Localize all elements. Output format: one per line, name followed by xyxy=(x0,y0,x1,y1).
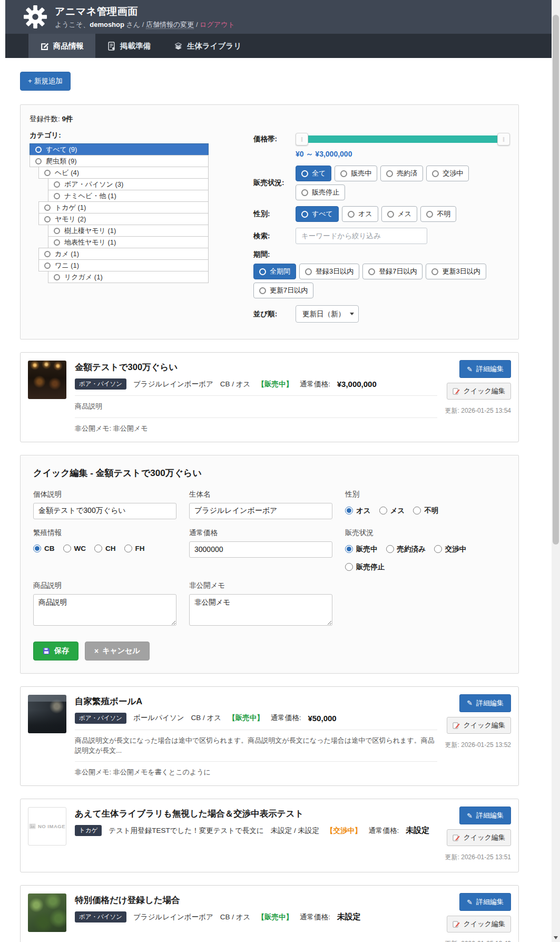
tab-listing-prep[interactable]: 掲載準備 xyxy=(95,34,162,58)
category-label: カテゴリ: xyxy=(30,131,211,140)
pill-label: すべて xyxy=(312,209,333,219)
status-option-negotiating[interactable]: 交渉中 xyxy=(434,545,467,554)
breed-radio-fh[interactable] xyxy=(124,545,132,552)
private-memo-textarea[interactable] xyxy=(189,594,332,626)
individual-desc-input[interactable] xyxy=(33,503,176,519)
save-button[interactable]: 保存 xyxy=(33,642,78,661)
store-info-link[interactable]: 店舗情報の変更 xyxy=(146,21,194,29)
category-item-label: 地表性ヤモリ (1) xyxy=(64,238,116,247)
scrollbar[interactable] xyxy=(552,0,560,942)
gender-option-all[interactable]: すべて xyxy=(296,206,339,222)
product-photo xyxy=(28,894,66,932)
cancel-button[interactable]: ×キャンセル xyxy=(85,642,150,661)
status-option-sold[interactable]: 売約済み xyxy=(386,545,426,554)
breed-option-fh[interactable]: FH xyxy=(124,545,145,552)
scrollbar-thumb[interactable] xyxy=(553,15,559,545)
status-radio-sold[interactable] xyxy=(386,545,394,553)
category-item-gecko[interactable]: ヤモリ (2) xyxy=(38,213,209,225)
scrollbar-down-button[interactable] xyxy=(552,933,560,942)
add-new-button[interactable]: + 新規追加 xyxy=(20,72,71,91)
category-item-arboreal-gecko[interactable]: 樹上棲ヤモリ (1) xyxy=(48,225,209,237)
quick-edit-button[interactable]: クイック編集 xyxy=(447,383,511,400)
quick-edit-button[interactable]: クイック編集 xyxy=(447,717,511,734)
status-option-stopped[interactable]: 販売停止 xyxy=(345,562,385,572)
period-option-all[interactable]: 全期間 xyxy=(253,264,296,279)
status-option-negotiating[interactable]: 交渉中 xyxy=(426,166,469,181)
period-option-reg3[interactable]: 登録3日以内 xyxy=(299,264,359,279)
sex-option-male[interactable]: オス xyxy=(345,506,371,516)
category-item-all[interactable]: すべて (9) xyxy=(30,143,209,156)
quick-edit-panel: クイック編集 - 金額テストで300万ぐらい 個体説明 生体名 性別 オス メス… xyxy=(20,455,519,674)
category-item-reptiles[interactable]: 爬虫類 (9) xyxy=(30,155,209,167)
status-radio-stopped[interactable] xyxy=(345,563,353,571)
breed-option-cb[interactable]: CB xyxy=(33,545,55,552)
sex-radio-male[interactable] xyxy=(345,507,353,514)
sort-label: 並び順: xyxy=(253,309,296,319)
category-item-ground-gecko[interactable]: 地表性ヤモリ (1) xyxy=(48,236,209,248)
gender-option-male[interactable]: オス xyxy=(342,206,378,222)
period-option-reg7[interactable]: 登録7日以内 xyxy=(362,264,423,279)
sort-select[interactable]: 更新日（新） xyxy=(296,305,359,323)
category-item-label: トカゲ (1) xyxy=(55,203,86,212)
breed-radio-wc[interactable] xyxy=(63,545,71,552)
breed-radio-cb[interactable] xyxy=(33,545,41,552)
category-item-lizard[interactable]: トカゲ (1) xyxy=(38,201,209,213)
breed-option-ch[interactable]: CH xyxy=(94,545,116,552)
category-item-boa-python[interactable]: ボア・パイソン (3) xyxy=(48,178,209,190)
tab-product-info[interactable]: 商品情報 xyxy=(28,34,95,58)
sex-option-female[interactable]: メス xyxy=(379,506,405,516)
status-option-selling[interactable]: 販売中 xyxy=(335,166,377,181)
breed-option-wc[interactable]: WC xyxy=(63,545,86,552)
quick-edit-button[interactable]: クイック編集 xyxy=(447,829,511,846)
search-input[interactable] xyxy=(296,228,427,244)
category-item-label: 爬虫類 (9) xyxy=(46,157,77,166)
category-item-crocodile[interactable]: ワニ (1) xyxy=(38,259,209,271)
radio-label: CB xyxy=(44,545,55,552)
category-item-tortoise[interactable]: リクガメ (1) xyxy=(48,271,209,283)
updated-timestamp: 更新: 2026-01-25 13:52 xyxy=(445,741,511,750)
product-title: 金額テストで300万ぐらい xyxy=(75,362,437,373)
slider-handle-max[interactable]: ∥ xyxy=(497,133,510,145)
status-radio-selling[interactable] xyxy=(345,545,353,553)
product-description: 商品説明 xyxy=(75,402,437,412)
price-label: 通常価格: xyxy=(369,826,399,836)
detail-edit-button[interactable]: ✎詳細編集 xyxy=(459,694,511,712)
breeding-radio-group: CB WC CH FH xyxy=(33,541,176,552)
status-option-stopped[interactable]: 販売停止 xyxy=(296,184,345,200)
header-titles: アニマネ管理画面 ようこそ、demoshop さん / 店舗情報の変更 / ログ… xyxy=(55,5,235,30)
category-item-snake[interactable]: ヘビ (4) xyxy=(38,167,209,179)
breed-radio-ch[interactable] xyxy=(94,545,102,552)
gender-option-female[interactable]: メス xyxy=(381,206,418,222)
product-desc-textarea[interactable] xyxy=(33,594,176,626)
status-badge: 【販売中】 xyxy=(228,713,264,723)
period-option-upd7[interactable]: 更新7日以内 xyxy=(253,283,313,298)
status-option-all[interactable]: 全て xyxy=(296,166,331,181)
period-option-upd3[interactable]: 更新3日以内 xyxy=(426,264,486,279)
detail-edit-button[interactable]: ✎詳細編集 xyxy=(459,360,511,378)
category-item-colubrid[interactable]: ナミヘビ・他 (1) xyxy=(48,190,209,202)
animal-name-input[interactable] xyxy=(189,503,332,519)
status-option-selling[interactable]: 販売中 xyxy=(345,545,378,554)
category-item-turtle[interactable]: カメ (1) xyxy=(38,248,209,260)
logout-link[interactable]: ログアウト xyxy=(200,21,235,28)
quick-edit-button[interactable]: クイック編集 xyxy=(447,916,511,933)
status-radio-negotiating[interactable] xyxy=(434,545,442,553)
sex-radio-female[interactable] xyxy=(379,507,387,514)
updated-timestamp: 更新: 2026-01-25 13:54 xyxy=(445,406,511,415)
price-range-slider[interactable]: ∥ ∥ xyxy=(296,133,510,145)
detail-edit-button[interactable]: ✎詳細編集 xyxy=(459,893,511,911)
status-option-sold[interactable]: 売約済 xyxy=(380,166,423,181)
price-input[interactable] xyxy=(189,541,332,558)
image-icon xyxy=(29,823,36,829)
pencil-icon: ✎ xyxy=(467,699,473,707)
category-badge: トカゲ xyxy=(75,825,102,836)
floppy-disk-icon xyxy=(43,647,50,655)
gender-option-unknown[interactable]: 不明 xyxy=(420,206,456,222)
updated-timestamp: 更新: 2026-01-25 13:51 xyxy=(445,853,511,862)
radio-label: 不明 xyxy=(424,506,438,516)
slider-handle-min[interactable]: ∥ xyxy=(296,133,308,145)
sex-radio-unknown[interactable] xyxy=(413,507,421,514)
tab-animal-library[interactable]: 生体ライブラリ xyxy=(162,34,253,58)
detail-edit-button[interactable]: ✎詳細編集 xyxy=(459,807,511,824)
sex-option-unknown[interactable]: 不明 xyxy=(413,506,438,516)
